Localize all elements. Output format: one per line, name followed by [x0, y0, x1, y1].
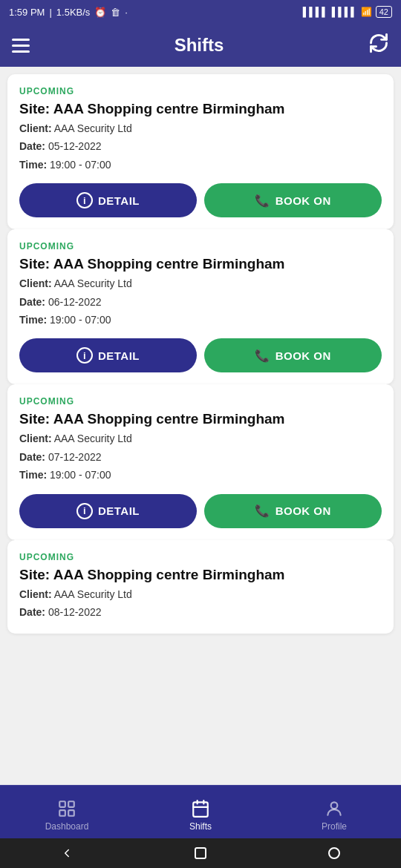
status-dot: · — [125, 7, 128, 18]
signal-icon-2: ▌▌▌▌ — [332, 7, 357, 17]
shifts-list: UPCOMING Site: AAA Shopping centre Birmi… — [0, 67, 401, 785]
system-nav — [0, 838, 401, 868]
shift-date: Date: 07-12-2022 — [19, 449, 382, 465]
detail-button[interactable]: i DETAIL — [19, 338, 197, 372]
shift-card: UPCOMING Site: AAA Shopping centre Birmi… — [7, 229, 394, 384]
info-icon: i — [76, 192, 93, 208]
status-alarm-icon: ⏰ — [94, 7, 106, 18]
header: Shifts — [0, 24, 401, 67]
detail-button[interactable]: i DETAIL — [19, 183, 197, 217]
shift-site: Site: AAA Shopping centre Birmingham — [19, 256, 382, 272]
shift-actions: i DETAIL 📞 BOOK ON — [19, 338, 382, 372]
svg-point-8 — [331, 802, 338, 809]
shift-badge: UPCOMING — [19, 241, 382, 251]
svg-rect-4 — [193, 802, 208, 817]
nav-label-dashboard: Dashboard — [45, 821, 89, 832]
shift-date: Date: 06-12-2022 — [19, 294, 382, 310]
status-delete-icon: 🗑 — [111, 7, 120, 18]
dashboard-icon — [57, 799, 76, 818]
profile-icon — [325, 799, 344, 818]
status-network: | — [49, 7, 51, 18]
bottom-nav: Dashboard Shifts Profile — [0, 785, 401, 838]
shift-actions: i DETAIL 📞 BOOK ON — [19, 494, 382, 528]
shifts-icon — [191, 799, 210, 818]
phone-icon: 📞 — [255, 349, 270, 363]
shift-card: UPCOMING Site: AAA Shopping centre Birmi… — [7, 74, 394, 229]
status-speed: 1.5KB/s — [56, 7, 91, 18]
shift-client: Client: AAA Security Ltd — [19, 586, 382, 602]
signal-icon-1: ▌▌▌▌ — [303, 7, 328, 17]
status-time: 1:59 PM — [9, 7, 45, 18]
shift-time: Time: 19:00 - 07:00 — [19, 157, 382, 173]
book-on-button[interactable]: 📞 BOOK ON — [204, 338, 382, 372]
shift-card: UPCOMING Site: AAA Shopping centre Birmi… — [7, 540, 394, 634]
nav-item-profile[interactable]: Profile — [267, 786, 401, 838]
svg-rect-0 — [59, 801, 65, 807]
svg-rect-2 — [59, 810, 65, 816]
phone-icon: 📞 — [255, 504, 270, 518]
page-title: Shifts — [175, 35, 224, 56]
shift-client: Client: AAA Security Ltd — [19, 120, 382, 137]
svg-rect-1 — [68, 801, 74, 807]
shift-card: UPCOMING Site: AAA Shopping centre Birmi… — [7, 384, 394, 539]
nav-item-shifts[interactable]: Shifts — [134, 786, 267, 838]
shift-time: Time: 19:00 - 07:00 — [19, 467, 382, 483]
shift-site: Site: AAA Shopping centre Birmingham — [19, 411, 382, 427]
shift-site: Site: AAA Shopping centre Birmingham — [19, 567, 382, 583]
home-button[interactable] — [193, 846, 208, 861]
shift-badge: UPCOMING — [19, 86, 382, 96]
shift-badge: UPCOMING — [19, 396, 382, 407]
refresh-button[interactable] — [368, 33, 389, 58]
detail-button[interactable]: i DETAIL — [19, 494, 197, 528]
nav-label-shifts: Shifts — [189, 821, 212, 832]
menu-button[interactable] — [12, 39, 30, 53]
info-icon: i — [76, 347, 93, 364]
shift-time: Time: 19:00 - 07:00 — [19, 312, 382, 328]
battery-icon: 42 — [376, 6, 392, 18]
shift-client: Client: AAA Security Ltd — [19, 430, 382, 447]
phone-icon: 📞 — [255, 194, 270, 208]
info-icon: i — [76, 503, 93, 519]
wifi-icon: 📶 — [361, 7, 372, 17]
shift-badge: UPCOMING — [19, 552, 382, 562]
nav-label-profile: Profile — [322, 821, 347, 832]
shift-site: Site: AAA Shopping centre Birmingham — [19, 101, 382, 117]
book-on-button[interactable]: 📞 BOOK ON — [204, 494, 382, 528]
shift-date: Date: 08-12-2022 — [19, 604, 382, 620]
shift-date: Date: 05-12-2022 — [19, 138, 382, 154]
book-on-button[interactable]: 📞 BOOK ON — [204, 183, 382, 217]
back-button[interactable] — [59, 846, 74, 861]
svg-rect-3 — [68, 810, 74, 816]
shift-actions: i DETAIL 📞 BOOK ON — [19, 183, 382, 217]
status-bar: 1:59 PM | 1.5KB/s ⏰ 🗑 · ▌▌▌▌ ▌▌▌▌ 📶 42 — [0, 0, 401, 24]
recents-button[interactable] — [327, 846, 342, 861]
shift-client: Client: AAA Security Ltd — [19, 275, 382, 292]
nav-item-dashboard[interactable]: Dashboard — [0, 786, 134, 838]
